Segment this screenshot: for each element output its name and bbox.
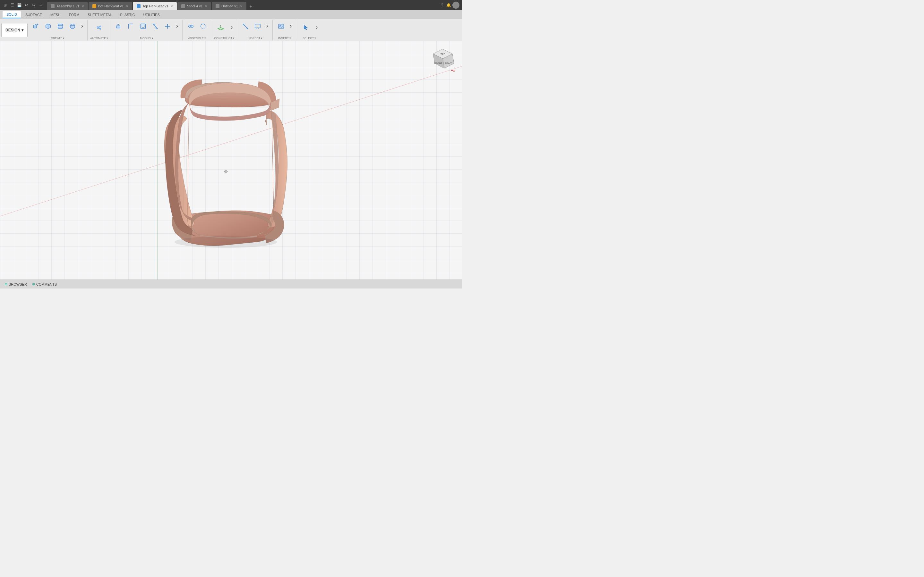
construct-more-button[interactable]	[228, 22, 235, 33]
cylinder-button[interactable]	[55, 21, 66, 32]
construct-plane-button[interactable]	[214, 21, 228, 35]
svg-point-12	[100, 28, 101, 29]
sphere-button[interactable]	[67, 21, 78, 32]
mode-plastic[interactable]: PLASTIC	[116, 11, 139, 18]
modify-group: MODIFY ▾	[111, 20, 183, 40]
tab-stool4[interactable]: Stool 4 v1 ✕	[178, 2, 211, 10]
redo-icon[interactable]: ↪	[31, 3, 36, 8]
svg-text:RIGHT: RIGHT	[445, 62, 452, 64]
construct-group: CONSTRUCT ▾	[212, 20, 237, 40]
design-label: DESIGN	[5, 28, 20, 32]
select-more-button[interactable]	[313, 22, 320, 33]
viewport[interactable]: TOP FRONT RIGHT x	[0, 41, 462, 279]
create-tools	[30, 21, 86, 32]
tab-top-close[interactable]: ✕	[170, 5, 173, 8]
help-icon[interactable]: ?	[439, 3, 445, 8]
automate-group: AUTOMATE ▾	[88, 20, 110, 40]
tab-bot-half[interactable]: Bot Half-Seat v1 ✕	[89, 2, 132, 10]
inspect-label: INSPECT ▾	[248, 37, 262, 40]
design-dropdown[interactable]: DESIGN ▾	[1, 23, 27, 37]
tab-bot-close[interactable]: ✕	[126, 5, 128, 8]
mode-surface[interactable]: SURFACE	[21, 11, 46, 18]
svg-point-31	[174, 236, 277, 248]
more-icon[interactable]: ⋯	[38, 3, 43, 8]
new-tab-button[interactable]: +	[247, 3, 255, 10]
create-more-button[interactable]	[79, 21, 86, 32]
motion-button[interactable]	[197, 21, 209, 32]
create-group: CREATE ▾	[28, 20, 87, 40]
scale-button[interactable]	[150, 21, 161, 32]
tab-untitled-close[interactable]: ✕	[240, 5, 242, 8]
mode-solid[interactable]: SOLID	[3, 11, 21, 18]
tab-assembly-icon	[51, 4, 55, 8]
insert-group: INSERT ▾	[273, 20, 296, 40]
tab-stool4-icon	[181, 4, 185, 8]
save-icon[interactable]: 💾	[17, 3, 22, 8]
svg-text:TOP: TOP	[441, 53, 445, 55]
select-button[interactable]	[299, 21, 313, 35]
nav-cube[interactable]: TOP FRONT RIGHT x	[430, 47, 456, 73]
tab-untitled-label: Untitled v1	[221, 4, 238, 8]
tab-top-half[interactable]: Top Half-Seat v1 ✕	[133, 2, 177, 10]
notifications-icon[interactable]: 🔔	[446, 3, 451, 8]
new-component-button[interactable]	[30, 21, 42, 32]
svg-rect-26	[278, 24, 284, 29]
measure-button[interactable]	[240, 21, 251, 32]
mode-mesh[interactable]: MESH	[47, 11, 65, 18]
3d-object	[157, 71, 292, 250]
create-label: CREATE ▾	[51, 37, 65, 40]
shell-button[interactable]	[137, 21, 149, 32]
tab-assembly-label: Assembly 1 v1	[57, 4, 79, 8]
inspect-group: INSPECT ▾	[238, 20, 273, 40]
svg-text:x: x	[453, 69, 455, 72]
tab-assembly-close[interactable]: ✕	[81, 5, 84, 8]
svg-rect-15	[116, 26, 120, 28]
browser-label: BROWSER	[9, 282, 27, 286]
press-pull-button[interactable]	[113, 21, 124, 32]
tab-bar: Assembly 1 v1 ✕ Bot Half-Seat v1 ✕ Top H…	[47, 0, 255, 10]
tab-stool4-label: Stool 4 v1	[187, 4, 203, 8]
select-group: SELECT ▾	[297, 20, 322, 40]
modify-label: MODIFY ▾	[140, 37, 153, 40]
svg-line-14	[99, 27, 100, 29]
account-icon[interactable]	[452, 2, 459, 9]
browser-toggle[interactable]: ⊕ BROWSER	[3, 282, 29, 287]
mode-form[interactable]: FORM	[65, 11, 83, 18]
insert-label: INSERT ▾	[278, 37, 291, 40]
insert-more-button[interactable]	[288, 21, 294, 32]
svg-point-21	[190, 26, 192, 27]
design-chevron: ▾	[21, 28, 23, 32]
svg-text:FRONT: FRONT	[435, 62, 443, 64]
fillet-button[interactable]	[125, 21, 137, 32]
insert-image-button[interactable]	[275, 21, 287, 32]
comments-toggle[interactable]: ⊕ COMMENTS	[30, 282, 59, 287]
inspect-more-button[interactable]	[264, 21, 270, 32]
menu-icon[interactable]: ☰	[10, 3, 15, 8]
box-button[interactable]	[42, 21, 54, 32]
tab-untitled-icon	[216, 4, 220, 8]
display-button[interactable]	[252, 21, 263, 32]
svg-point-27	[280, 25, 281, 26]
comments-label: COMMENTS	[36, 282, 57, 286]
mode-utilities[interactable]: UTILITIES	[139, 11, 163, 18]
svg-point-8	[70, 24, 75, 29]
modify-more-button[interactable]	[174, 21, 180, 32]
move-button[interactable]	[162, 21, 173, 32]
mode-sheet-metal[interactable]: SHEET METAL	[84, 11, 115, 18]
tab-top-icon	[137, 4, 141, 8]
svg-point-6	[58, 24, 63, 26]
joint-button[interactable]	[185, 21, 197, 32]
tab-assembly[interactable]: Assembly 1 v1 ✕	[47, 2, 88, 10]
tab-untitled[interactable]: Untitled v1 ✕	[212, 2, 246, 10]
tab-stool4-close[interactable]: ✕	[205, 5, 207, 8]
comments-expand-icon: ⊕	[32, 282, 35, 286]
undo-icon[interactable]: ↩	[24, 3, 29, 8]
tab-top-label: Top Half-Seat v1	[142, 4, 168, 8]
svg-rect-23	[255, 24, 260, 28]
window-controls: ⊞ ☰ 💾 ↩ ↪ ⋯	[3, 3, 43, 8]
assemble-label: ASSEMBLE ▾	[188, 37, 206, 40]
browser-expand-icon: ⊕	[5, 282, 7, 286]
main-area: TOP FRONT RIGHT x	[0, 41, 462, 279]
mode-bar: SOLID SURFACE MESH FORM SHEET METAL PLAS…	[0, 10, 462, 19]
automate-button[interactable]	[92, 21, 106, 35]
